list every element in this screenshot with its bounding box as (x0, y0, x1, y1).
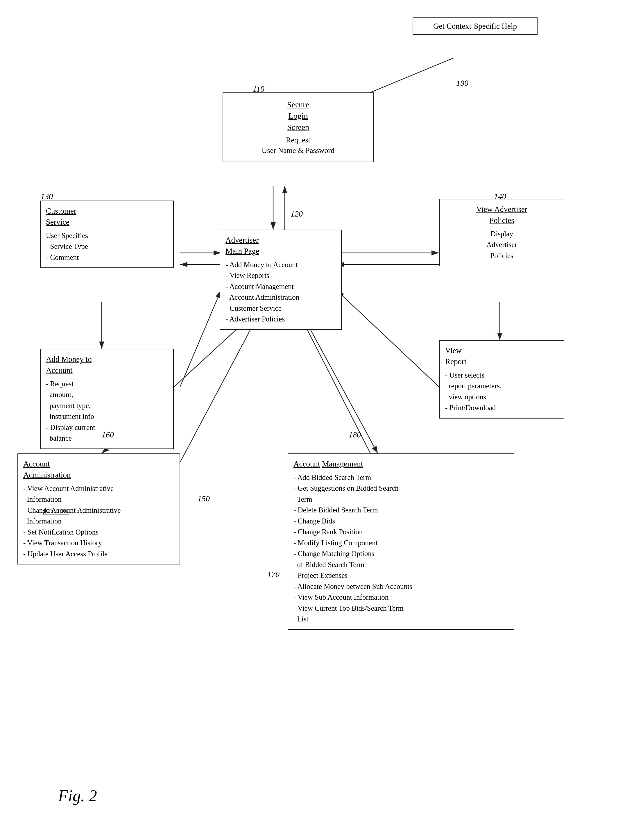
account-management-box: Account Management - Add Bidded Search T… (288, 453, 514, 630)
customer-service-title: CustomerService (46, 206, 168, 228)
account-management-content: - Add Bidded Search Term - Get Suggestio… (294, 472, 508, 625)
label-160: 160 (102, 430, 114, 439)
svg-line-14 (305, 320, 378, 453)
add-money-title: Add Money toAccount (46, 354, 168, 376)
diagram: Get Context-Specific Help 190 110 Secure… (0, 0, 625, 840)
account-administration-content: - View Account Administrative Informatio… (23, 483, 174, 560)
view-report-title: ViewReport (445, 345, 558, 367)
account-administration-box: AccountAdministration - View Account Adm… (17, 453, 180, 565)
view-report-content: - User selects report parameters, view o… (445, 370, 558, 413)
account-label: Account (43, 506, 69, 515)
label-170: 170 (267, 570, 280, 579)
svg-line-10 (180, 291, 221, 387)
help-title: Get Context-Specific Help (433, 22, 517, 31)
label-180: 180 (349, 430, 361, 439)
label-120: 120 (291, 209, 303, 219)
account-management-title: Account Management (294, 459, 508, 470)
svg-line-15 (180, 320, 256, 462)
login-box: SecureLoginScreen RequestUser Name & Pas… (222, 92, 374, 162)
customer-service-box: CustomerService User Specifies- Service … (40, 201, 174, 268)
help-box: Get Context-Specific Help (413, 17, 538, 35)
svg-line-16 (302, 320, 372, 456)
figure-label: Fig. 2 (58, 787, 97, 805)
login-title: SecureLoginScreen (229, 99, 367, 133)
advertiser-main-box: AdvertiserMain Page - Add Money to Accou… (220, 230, 342, 330)
view-advertiser-policies-content: DisplayAdvertiserPolicies (445, 229, 558, 261)
view-advertiser-policies-box: View AdvertiserPolicies DisplayAdvertise… (439, 199, 564, 266)
account-administration-title: AccountAdministration (23, 459, 174, 481)
advertiser-main-content: - Add Money to Account - View Reports - … (225, 259, 336, 325)
view-advertiser-policies-title: View AdvertiserPolicies (445, 204, 558, 226)
label-130: 130 (41, 192, 53, 201)
customer-service-content: User Specifies- Service Type- Comment (46, 230, 168, 263)
svg-line-12 (337, 291, 439, 387)
view-report-box: ViewReport - User selects report paramet… (439, 340, 564, 418)
login-content: RequestUser Name & Password (229, 135, 367, 156)
label-190: 190 (456, 78, 468, 88)
advertiser-main-title: AdvertiserMain Page (225, 235, 336, 257)
label-150: 150 (197, 494, 210, 503)
